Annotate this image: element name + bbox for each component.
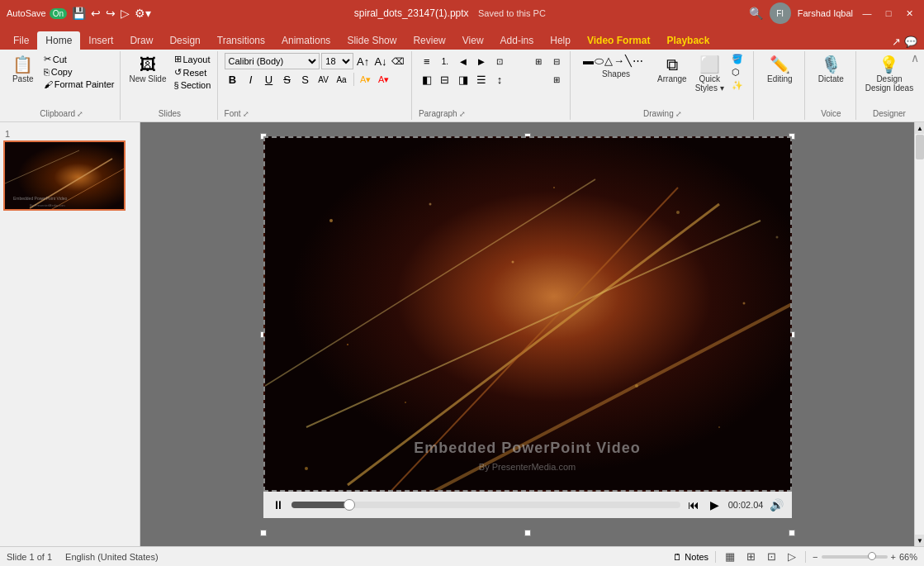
font-size-select[interactable]: 18 bbox=[321, 53, 353, 69]
zoom-out-button[interactable]: − bbox=[813, 552, 817, 562]
tab-design[interactable]: Design bbox=[161, 31, 208, 50]
smart-art-button[interactable]: ⊡ bbox=[491, 53, 508, 69]
decrease-indent-button[interactable]: ◄ bbox=[455, 53, 471, 69]
user-avatar[interactable]: FI bbox=[770, 2, 791, 24]
align-justify-button[interactable]: ☰ bbox=[473, 71, 490, 88]
save-icon[interactable]: 💾 bbox=[72, 7, 86, 20]
tab-insert[interactable]: Insert bbox=[80, 31, 121, 50]
tab-animations[interactable]: Animations bbox=[273, 31, 339, 50]
tab-slideshow[interactable]: Slide Show bbox=[339, 31, 405, 50]
clipboard-expand-icon[interactable]: ⤢ bbox=[77, 110, 83, 118]
align-right-button[interactable]: ◨ bbox=[455, 71, 471, 88]
close-button[interactable]: ✕ bbox=[903, 6, 917, 21]
scroll-thumb[interactable] bbox=[916, 135, 924, 159]
align-left-button[interactable]: ◧ bbox=[419, 71, 435, 88]
paragraph-expand-icon[interactable]: ⤢ bbox=[459, 110, 466, 118]
scroll-up-button[interactable]: ▲ bbox=[915, 122, 924, 134]
text-direction-button[interactable]: ⊞ bbox=[530, 53, 547, 69]
video-progress-thumb[interactable] bbox=[344, 499, 355, 511]
play-button[interactable]: ▶ bbox=[707, 497, 723, 513]
shapes-button[interactable]: ▬ ⬭ △ → ╲ ⋯ Shapes bbox=[580, 53, 652, 80]
design-ideas-button[interactable]: 💡 Design Design Ideas bbox=[862, 53, 917, 94]
view-slideshow-button[interactable]: ▷ bbox=[785, 550, 798, 563]
align-vert-button[interactable]: ⊟ bbox=[548, 53, 565, 69]
font-clear-button[interactable]: ⌫ bbox=[391, 53, 406, 69]
arrange-button[interactable]: ⧉ Arrange bbox=[654, 53, 690, 85]
redo-btn[interactable]: ↪ bbox=[106, 7, 116, 20]
maximize-button[interactable]: □ bbox=[881, 6, 896, 21]
present-btn[interactable]: ▷ bbox=[121, 7, 130, 20]
shape-effects-button[interactable]: ✨ bbox=[729, 79, 746, 92]
increase-indent-button[interactable]: ► bbox=[473, 53, 490, 69]
zoom-slider-thumb[interactable] bbox=[868, 552, 876, 560]
font-increase-button[interactable]: A↑ bbox=[355, 53, 371, 69]
tab-help[interactable]: Help bbox=[542, 31, 579, 50]
case-button[interactable]: Aa bbox=[334, 71, 350, 88]
search-icon[interactable]: 🔍 bbox=[749, 7, 763, 20]
view-normal-button[interactable]: ▦ bbox=[723, 550, 737, 563]
tab-addins[interactable]: Add-ins bbox=[492, 31, 543, 50]
volume-button[interactable]: 🔊 bbox=[769, 497, 785, 513]
pause-button[interactable]: ⏸ bbox=[270, 497, 287, 513]
notes-button[interactable]: 🗒 Notes bbox=[673, 552, 708, 562]
tab-videoformat[interactable]: Video Format bbox=[579, 31, 658, 50]
minimize-button[interactable]: — bbox=[860, 6, 874, 21]
editing-button[interactable]: ✏️ Editing bbox=[764, 53, 796, 85]
comments-btn[interactable]: 💬 bbox=[904, 36, 917, 48]
tab-review[interactable]: Review bbox=[405, 31, 453, 50]
view-slides-button[interactable]: ⊞ bbox=[744, 550, 758, 563]
italic-button[interactable]: I bbox=[243, 71, 259, 88]
highlight-button[interactable]: A▾ bbox=[358, 71, 374, 88]
tab-home[interactable]: Home bbox=[37, 31, 80, 50]
new-slide-button[interactable]: 🖼 New Slide bbox=[126, 53, 169, 85]
autosave-control[interactable]: AutoSave On bbox=[7, 8, 67, 19]
bullet-button[interactable]: ≡ bbox=[419, 53, 435, 69]
video-element[interactable]: Embedded PowerPoint Video By PresenterMe… bbox=[263, 136, 792, 492]
undo-btn[interactable]: ↩ bbox=[91, 7, 101, 20]
tab-transitions[interactable]: Transitions bbox=[209, 31, 273, 50]
video-progress-bar[interactable] bbox=[291, 502, 680, 508]
paste-button[interactable]: 📋 Paste bbox=[7, 53, 40, 85]
handle-bottom-right[interactable] bbox=[789, 530, 795, 536]
font-expand-icon[interactable]: ⤢ bbox=[243, 110, 249, 118]
align-center-button[interactable]: ⊟ bbox=[437, 71, 453, 88]
dictate-button[interactable]: 🎙️ Dictate bbox=[815, 53, 847, 85]
ribbon-collapse-button[interactable]: ∧ bbox=[911, 51, 919, 64]
handle-bottom-left[interactable] bbox=[260, 530, 267, 536]
copy-button[interactable]: ⎘ Copy bbox=[41, 66, 117, 78]
layout-button[interactable]: ⊞ Layout bbox=[172, 53, 214, 65]
scroll-down-button[interactable]: ▼ bbox=[915, 535, 924, 546]
tab-playback[interactable]: Playback bbox=[658, 31, 718, 50]
view-reading-button[interactable]: ⊡ bbox=[765, 550, 779, 563]
autosave-toggle[interactable]: On bbox=[50, 8, 67, 19]
cut-button[interactable]: ✂ Cut bbox=[41, 53, 117, 65]
share-btn[interactable]: ↗ bbox=[892, 36, 901, 48]
section-button[interactable]: § Section bbox=[172, 79, 214, 91]
shadow-button[interactable]: S bbox=[297, 71, 314, 88]
columns-button[interactable]: ⊞ bbox=[548, 71, 565, 88]
back-button[interactable]: ⏮ bbox=[685, 497, 702, 513]
font-name-select[interactable]: Calibri (Body) bbox=[225, 53, 320, 69]
handle-bottom-center[interactable] bbox=[524, 530, 531, 536]
tab-view[interactable]: View bbox=[454, 31, 492, 50]
shape-fill-button[interactable]: 🪣 bbox=[729, 53, 746, 65]
quick-styles-button[interactable]: ⬜ Quick Styles ▾ bbox=[692, 53, 727, 94]
numbered-list-button[interactable]: 1. bbox=[437, 53, 453, 69]
tab-file[interactable]: File bbox=[5, 31, 37, 50]
spacing-button[interactable]: AV bbox=[315, 71, 332, 88]
drawing-expand-icon[interactable]: ⤢ bbox=[675, 110, 682, 118]
shape-outline-button[interactable]: ⬡ bbox=[729, 66, 746, 78]
strikethrough-button[interactable]: S bbox=[279, 71, 296, 88]
scroll-track[interactable] bbox=[915, 134, 924, 535]
zoom-slider[interactable] bbox=[822, 555, 888, 559]
slide-thumbnail[interactable]: Embedded PowerPoint Video By PresenterMe… bbox=[3, 140, 126, 211]
reset-button[interactable]: ↺ Reset bbox=[172, 66, 214, 78]
customize-btn[interactable]: ⚙▾ bbox=[135, 7, 151, 20]
line-spacing-button[interactable]: ↕ bbox=[491, 71, 508, 88]
font-decrease-button[interactable]: A↓ bbox=[372, 53, 388, 69]
bold-button[interactable]: B bbox=[225, 71, 241, 88]
format-painter-button[interactable]: 🖌 Format Painter bbox=[41, 78, 117, 90]
zoom-in-button[interactable]: + bbox=[891, 552, 896, 562]
underline-button[interactable]: U bbox=[261, 71, 277, 88]
font-color-button[interactable]: A▾ bbox=[376, 71, 392, 88]
